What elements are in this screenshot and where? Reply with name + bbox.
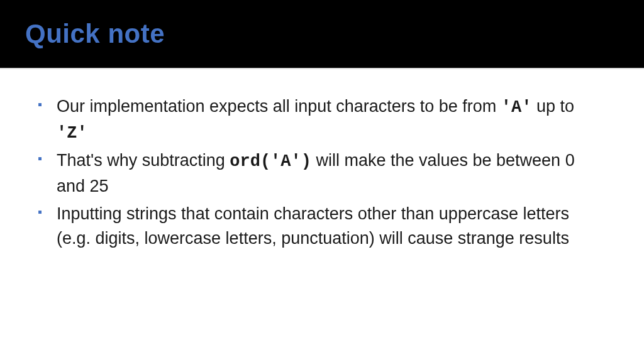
body-text: Inputting strings that contain character… [57,204,569,248]
bullet-list: Our implementation expects all input cha… [38,94,606,251]
slide-header: Quick note [0,0,644,68]
slide-content: Our implementation expects all input cha… [0,69,644,278]
body-text: Our implementation expects all input cha… [57,97,501,116]
code-text: ord('A') [230,152,311,171]
list-item: Our implementation expects all input cha… [38,94,606,146]
list-item: Inputting strings that contain character… [38,202,606,251]
code-text: 'A' [501,98,532,117]
list-item: That's why subtracting ord('A') will mak… [38,148,606,199]
slide-title: Quick note [25,19,165,49]
body-text: up to [531,97,574,116]
body-text: That's why subtracting [57,151,230,170]
code-text: 'Z' [57,124,87,143]
